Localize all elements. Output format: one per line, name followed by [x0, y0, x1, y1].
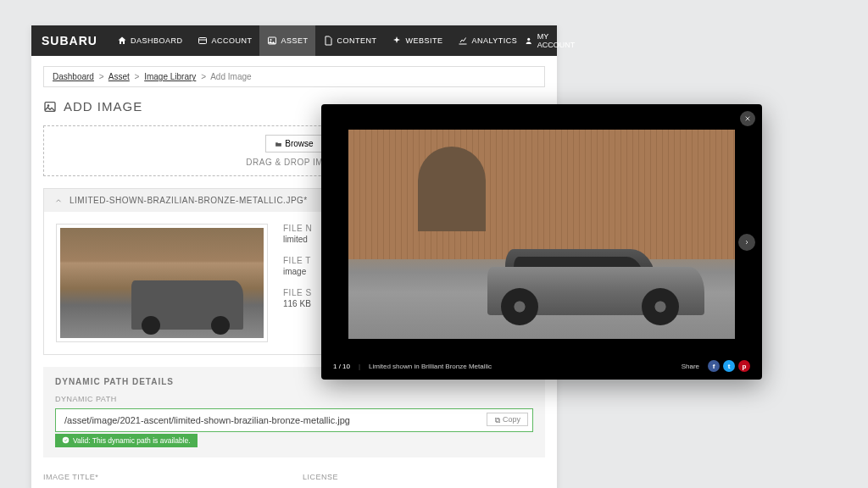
- twitter-button[interactable]: t: [723, 360, 735, 372]
- image-icon: [267, 36, 277, 46]
- account-label: MY ACCOUNT: [537, 32, 577, 49]
- my-account-link[interactable]: MY ACCOUNT: [525, 32, 577, 49]
- meta-label: FILE S: [283, 288, 312, 297]
- accordion-title: LIMITED-SHOWN-BRAZILIAN-BRONZE-METALLIC.…: [70, 196, 308, 205]
- valid-flag: Valid: This dynamic path is available.: [55, 434, 198, 447]
- svg-rect-8: [495, 418, 498, 421]
- social-buttons: f t p: [708, 360, 750, 372]
- file-meta: FILE Nlimited FILE Timage FILE S116 KB: [283, 224, 312, 342]
- nav-label: ANALYTICS: [471, 36, 517, 45]
- footer-divider: |: [359, 363, 360, 370]
- image-counter: 1 / 10: [333, 363, 350, 370]
- nav-label: ASSET: [281, 36, 308, 45]
- nav-content[interactable]: CONTENT: [315, 25, 384, 56]
- nav-label: DASHBOARD: [131, 36, 183, 45]
- lightbox-footer: 1 / 10 | Limited shown in Brilliant Bron…: [321, 352, 762, 380]
- pinterest-button[interactable]: p: [738, 360, 750, 372]
- meta-value: image: [283, 267, 312, 276]
- nav-analytics[interactable]: ANALYTICS: [450, 25, 525, 56]
- image-thumbnail[interactable]: [56, 224, 268, 342]
- doc-icon: [323, 36, 333, 46]
- svg-rect-7: [497, 419, 500, 422]
- check-circle-icon: [62, 436, 70, 444]
- nav-website[interactable]: WEBSITE: [384, 25, 450, 56]
- meta-label: FILE T: [283, 256, 312, 265]
- image-caption: Limited shown in Brilliant Bronze Metall…: [369, 363, 492, 370]
- brand-logo: SUBARU: [42, 34, 97, 47]
- page-title: ADD IMAGE: [64, 99, 142, 114]
- folder-icon: [275, 141, 282, 148]
- thumb-canvas: [60, 228, 264, 338]
- svg-point-9: [63, 437, 70, 444]
- chevron-right-icon: [743, 239, 750, 246]
- breadcrumb-link[interactable]: Image Library: [144, 72, 196, 81]
- nav-label: ACCOUNT: [211, 36, 252, 45]
- facebook-button[interactable]: f: [708, 360, 720, 372]
- svg-point-4: [527, 38, 530, 41]
- breadcrumb-current: Add Image: [210, 72, 251, 81]
- copy-button[interactable]: Copy: [487, 413, 528, 426]
- copy-label: Copy: [503, 415, 520, 424]
- nav-label: WEBSITE: [405, 36, 442, 45]
- svg-point-6: [47, 104, 50, 107]
- person-icon: [525, 36, 532, 46]
- meta-label: FILE N: [283, 224, 312, 233]
- close-button[interactable]: [740, 111, 755, 126]
- nav-account[interactable]: ACCOUNT: [190, 25, 259, 56]
- topbar: SUBARU DASHBOARD ACCOUNT ASSET CONTENT W…: [31, 25, 557, 56]
- next-button[interactable]: [738, 234, 755, 251]
- path-input-wrap: Copy: [55, 408, 533, 432]
- svg-point-3: [270, 39, 272, 41]
- form-row: IMAGE TITLE* LICENSE: [43, 473, 545, 481]
- svg-rect-0: [199, 38, 207, 44]
- image-icon: [43, 100, 57, 114]
- field-label: DYNAMIC PATH: [55, 395, 533, 403]
- image-title-label: IMAGE TITLE*: [43, 473, 286, 481]
- nav-dashboard[interactable]: DASHBOARD: [109, 25, 191, 56]
- nav-asset[interactable]: ASSET: [259, 25, 315, 56]
- chevron-up-icon: [54, 197, 63, 205]
- close-icon: [744, 115, 751, 122]
- breadcrumb-link[interactable]: Asset: [108, 72, 130, 81]
- card-icon: [198, 36, 208, 46]
- meta-value: limited: [283, 235, 312, 244]
- breadcrumb-sep: >: [99, 72, 104, 81]
- breadcrumb: Dashboard > Asset > Image Library > Add …: [43, 66, 545, 87]
- share-link[interactable]: Share: [682, 363, 699, 370]
- lightbox: 1 / 10 | Limited shown in Brilliant Bron…: [321, 104, 762, 380]
- home-icon: [117, 36, 127, 46]
- nav-label: CONTENT: [337, 36, 376, 45]
- main-nav: DASHBOARD ACCOUNT ASSET CONTENT WEBSITE …: [109, 25, 525, 56]
- lightbox-image: [348, 130, 735, 339]
- meta-value: 116 KB: [283, 299, 312, 308]
- sparkle-icon: [392, 36, 402, 46]
- breadcrumb-sep: >: [201, 72, 206, 81]
- chart-icon: [458, 36, 468, 46]
- dynamic-path-panel: DYNAMIC PATH DETAILS DYNAMIC PATH Copy V…: [43, 367, 545, 458]
- breadcrumb-sep: >: [135, 72, 140, 81]
- breadcrumb-link[interactable]: Dashboard: [53, 72, 94, 81]
- copy-icon: [494, 417, 501, 424]
- valid-text: Valid: This dynamic path is available.: [73, 436, 191, 445]
- browse-label: Browse: [285, 139, 313, 148]
- dynamic-path-input[interactable]: [55, 408, 533, 432]
- license-label: LICENSE: [303, 473, 545, 481]
- browse-button[interactable]: Browse: [265, 135, 322, 152]
